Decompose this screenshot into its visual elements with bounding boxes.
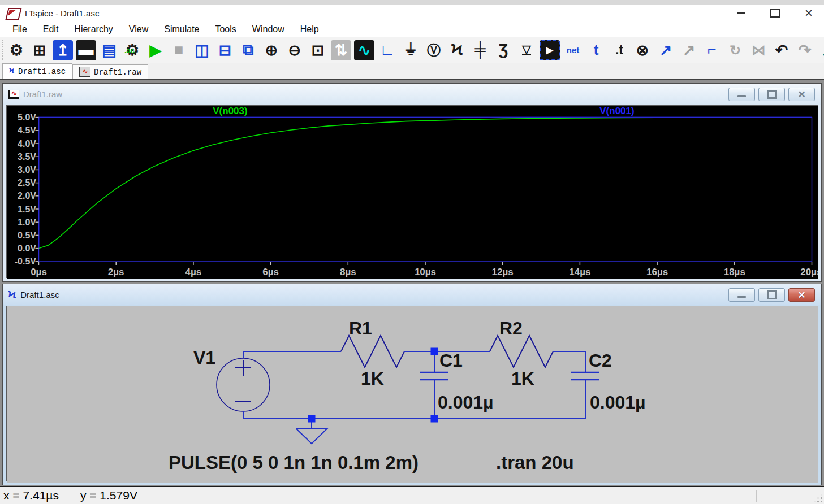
trace-label-vn003[interactable]: V(n003) bbox=[213, 106, 247, 116]
waveform-window[interactable]: ∿ Draft1.raw ✕ 5.0V4.5V4.0V3.5V3.0V2.5V2… bbox=[2, 83, 822, 282]
mdi-area: ∿ Draft1.raw ✕ 5.0V4.5V4.0V3.5V3.0V2.5V2… bbox=[0, 79, 824, 486]
save-file-icon[interactable]: ▬ bbox=[76, 40, 96, 60]
draw-wire-icon[interactable]: ∟ bbox=[377, 40, 398, 60]
cascade-windows-icon[interactable]: ⧉ bbox=[238, 40, 258, 60]
undo-icon[interactable]: ↶ bbox=[771, 40, 792, 60]
wave-window-minimize-button[interactable] bbox=[728, 88, 755, 101]
minimize-icon bbox=[737, 95, 746, 97]
r2-value[interactable]: 1K bbox=[511, 368, 534, 389]
drag-icon[interactable]: ⌐ bbox=[702, 40, 722, 60]
schematic-window[interactable]: Ϟ Draft1.asc ✕ V1R11KC10.001µR21KC20.001… bbox=[2, 284, 822, 485]
tile-horizontally-icon[interactable]: ⊟ bbox=[215, 40, 235, 60]
menu-tools[interactable]: Tools bbox=[207, 22, 244, 37]
zoom-full-extents-icon[interactable]: ⊡ bbox=[308, 40, 328, 60]
maximize-icon bbox=[767, 290, 777, 299]
c1-label[interactable]: C1 bbox=[439, 350, 463, 371]
halt-simulation-icon[interactable]: ■ bbox=[169, 40, 189, 60]
zoom-out-icon[interactable]: ⊖ bbox=[284, 40, 305, 60]
r1-label[interactable]: R1 bbox=[349, 318, 372, 338]
place-inductor-icon[interactable]: Ʒ bbox=[493, 40, 514, 60]
y-tick-label: 3.5V bbox=[18, 152, 36, 162]
waveform-doc-icon: ∿ bbox=[8, 90, 19, 99]
place-text-icon[interactable]: t bbox=[586, 40, 606, 60]
x-tick-label: 12µs bbox=[492, 267, 514, 277]
cursor-y-readout: y = 1.579V bbox=[80, 489, 137, 502]
c1-value[interactable]: 0.001µ bbox=[438, 392, 494, 412]
tran-directive[interactable]: .tran 20u bbox=[496, 452, 574, 473]
y-tick-label: 0.5V bbox=[18, 231, 36, 240]
r2-label[interactable]: R2 bbox=[499, 318, 523, 338]
wave-window-close-button[interactable]: ✕ bbox=[788, 88, 815, 101]
schematic-window-title-bar[interactable]: Ϟ Draft1.asc bbox=[3, 284, 821, 305]
menu-file[interactable]: File bbox=[5, 22, 35, 37]
sch-window-close-button[interactable]: ✕ bbox=[788, 288, 815, 302]
menu-window[interactable]: Window bbox=[244, 22, 292, 37]
waveform-pane-icon[interactable]: ∿ bbox=[354, 40, 374, 60]
delete-icon[interactable]: ⊗ bbox=[632, 40, 653, 60]
open-file-icon[interactable]: ↥ bbox=[53, 40, 73, 60]
place-resistor-icon[interactable]: Ϟ bbox=[447, 40, 467, 60]
mirror-icon[interactable]: ⋈ bbox=[748, 40, 769, 60]
sch-window-minimize-button[interactable] bbox=[728, 288, 755, 302]
menu-help[interactable]: Help bbox=[292, 22, 327, 37]
waveform-window-title-bar[interactable]: ∿ Draft1.raw bbox=[3, 84, 821, 105]
r1-value[interactable]: 1K bbox=[361, 368, 384, 389]
tab-draft1.asc[interactable]: ϞDraft1.asc bbox=[2, 63, 72, 79]
pan-icon[interactable]: ⇅ bbox=[331, 40, 351, 60]
waveform-plot-client[interactable]: 5.0V4.5V4.0V3.5V3.0V2.5V2.0V1.5V1.0V0.5V… bbox=[6, 105, 818, 278]
place-component-icon[interactable]: ▶ bbox=[540, 40, 560, 60]
c2-value[interactable]: 0.001µ bbox=[590, 392, 646, 412]
copy-icon[interactable]: ↗ bbox=[679, 40, 699, 60]
waveform-window-title: Draft1.raw bbox=[23, 89, 62, 99]
waveform-plot[interactable]: 5.0V4.5V4.0V3.5V3.0V2.5V2.0V1.5V1.0V0.5V… bbox=[7, 106, 818, 279]
menu-hierarchy[interactable]: Hierarchy bbox=[66, 22, 120, 37]
tab-label: Draft1.asc bbox=[18, 67, 66, 76]
trace-label-vn001[interactable]: V(n001) bbox=[599, 106, 634, 116]
ac-analysis-icon[interactable]: ⚙.ac bbox=[122, 40, 143, 60]
x-tick-label: 16µs bbox=[646, 267, 668, 277]
pulse-directive[interactable]: PULSE(0 5 0 1n 1n 0.1m 2m) bbox=[169, 452, 419, 473]
place-diode-icon[interactable]: ▽ bbox=[516, 40, 537, 60]
minimize-button[interactable] bbox=[728, 5, 754, 21]
menu-simulate[interactable]: Simulate bbox=[156, 22, 207, 37]
schematic-drawing[interactable]: V1R11KC10.001µR21KC20.001µPULSE(0 5 0 1n… bbox=[7, 306, 818, 483]
zoom-in-icon[interactable]: ⊕ bbox=[261, 40, 282, 60]
menu-edit[interactable]: Edit bbox=[35, 22, 67, 37]
junction-node bbox=[431, 415, 438, 423]
print-icon[interactable]: ▤ bbox=[99, 40, 119, 60]
spice-directive-icon[interactable]: .t bbox=[609, 40, 629, 60]
toolbar-grip[interactable] bbox=[2, 40, 3, 60]
x-tick-label: 18µs bbox=[724, 267, 745, 277]
net-label-icon[interactable]: net bbox=[563, 40, 583, 60]
place-capacitor-icon[interactable]: ╪ bbox=[470, 40, 490, 60]
v1-label[interactable]: V1 bbox=[193, 347, 215, 368]
schematic-canvas[interactable]: V1R11KC10.001µR21KC20.001µPULSE(0 5 0 1n… bbox=[6, 306, 818, 481]
redo-icon[interactable]: ↷ bbox=[795, 40, 815, 60]
wave-window-maximize-button[interactable] bbox=[758, 88, 785, 101]
new-schematic-icon[interactable]: ⊞ bbox=[29, 40, 50, 60]
x-tick-label: 4µs bbox=[185, 267, 202, 277]
menu-view[interactable]: View bbox=[121, 22, 156, 37]
run-simulation-icon[interactable]: ▶ bbox=[145, 40, 166, 60]
document-tab-bar: ϞDraft1.asc∿Draft1.raw bbox=[0, 63, 824, 79]
y-tick-label: 2.0V bbox=[18, 191, 36, 201]
sch-window-maximize-button[interactable] bbox=[758, 288, 785, 302]
close-icon: ✕ bbox=[797, 90, 805, 99]
close-button[interactable]: × bbox=[796, 5, 822, 21]
c2-label[interactable]: C2 bbox=[589, 350, 612, 371]
maximize-button[interactable] bbox=[762, 5, 788, 21]
y-tick-label: 0.0V bbox=[18, 244, 36, 253]
resize-grip[interactable] bbox=[821, 501, 822, 502]
tab-draft1.raw[interactable]: ∿Draft1.raw bbox=[72, 64, 148, 79]
y-tick-label: 1.5V bbox=[18, 205, 36, 214]
minimize-icon bbox=[737, 296, 746, 298]
move-icon[interactable]: ↗ bbox=[655, 40, 676, 60]
x-tick-label: 2µs bbox=[108, 267, 124, 277]
control-panel-icon[interactable]: ⚙ bbox=[6, 40, 27, 60]
rotate-icon[interactable]: ↻ bbox=[725, 40, 745, 60]
status-bar: x = 7.41µs y = 1.579V bbox=[0, 486, 824, 504]
tile-vertically-icon[interactable]: ◫ bbox=[192, 40, 212, 60]
place-voltage-source-icon[interactable]: Ⓥ bbox=[424, 40, 444, 60]
search-icon[interactable]: ⌕ bbox=[818, 40, 824, 60]
place-ground-icon[interactable]: ⏚ bbox=[400, 40, 421, 60]
